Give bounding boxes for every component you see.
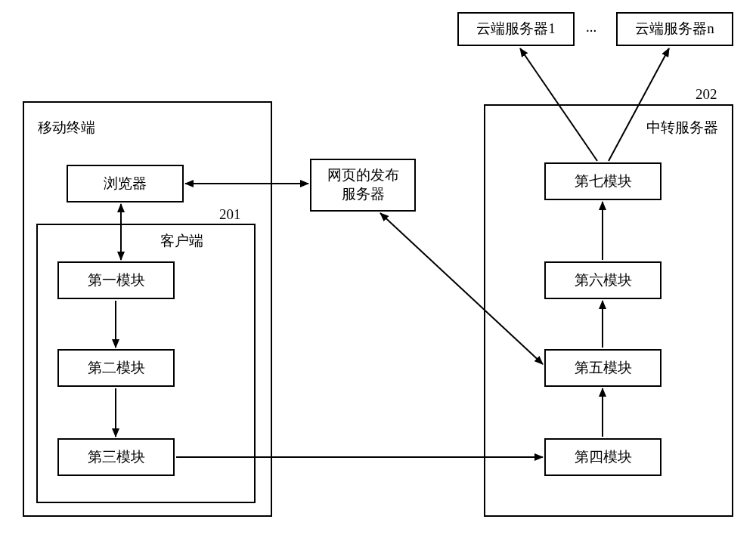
cloud-server-n: 云端服务器n — [616, 12, 733, 46]
module-5: 第五模块 — [544, 349, 662, 387]
module-7: 第七模块 — [544, 162, 662, 200]
mobile-terminal-label: 移动终端 — [38, 118, 95, 138]
browser-box: 浏览器 — [67, 165, 184, 202]
publish-server-box: 网页的发布 服务器 — [310, 159, 416, 212]
client-label: 客户端 — [160, 231, 203, 251]
module-2: 第二模块 — [57, 349, 175, 387]
cloud-ellipsis: ... — [586, 19, 596, 36]
relay-server-id: 202 — [696, 86, 717, 103]
module-4: 第四模块 — [544, 438, 662, 476]
relay-server-label: 中转服务器 — [646, 118, 718, 138]
module-6: 第六模块 — [544, 261, 662, 299]
module-3: 第三模块 — [57, 438, 175, 476]
cloud-server-1: 云端服务器1 — [457, 12, 575, 46]
client-id: 201 — [219, 206, 241, 223]
module-1: 第一模块 — [57, 261, 175, 299]
